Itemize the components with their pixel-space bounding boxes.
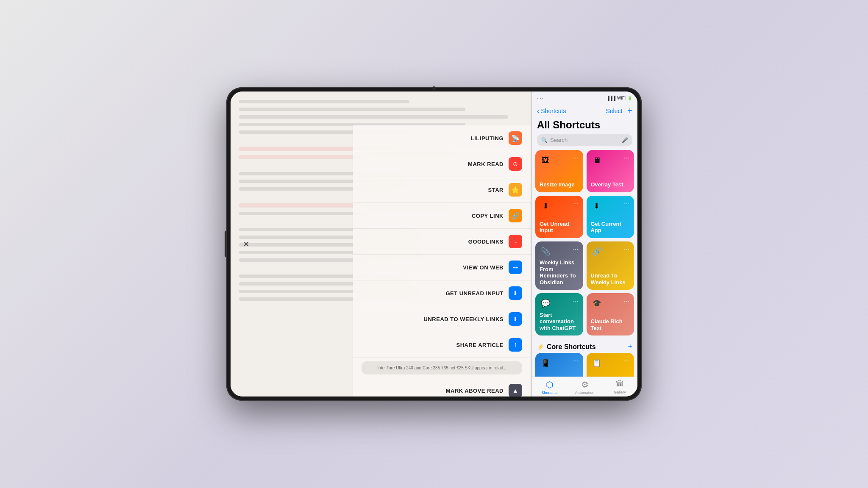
- get-unread-input-card-icon: ⬇: [540, 200, 551, 212]
- goodlinks-icon: 🔖: [509, 235, 522, 248]
- card-top: 🔗 ···: [591, 246, 630, 258]
- status-bar: ··· ▐▐▐ WiFi 🔋: [532, 92, 637, 104]
- shortcuts-tab-icon: ⬡: [546, 380, 553, 390]
- shortcut-card-overlay-test[interactable]: 🖥 ··· Overlay Test: [587, 150, 634, 192]
- shortcut-card-chatgpt[interactable]: 💬 ··· Start conversation with ChatGPT: [535, 293, 583, 336]
- weekly-links-icon: 📎: [540, 246, 551, 258]
- view-on-web-icon: →: [509, 261, 522, 274]
- tab-gallery[interactable]: 🏛 Gallery: [602, 380, 637, 395]
- unread-weekly-label: Unread To Weekly Links: [591, 272, 630, 286]
- add-quick-note-icon: 📋: [591, 357, 603, 369]
- tablet-screen: × LILIPUTING 📡 MARK READ ⊙ STAR ⭐: [231, 92, 637, 396]
- core-shortcuts-header: ⚡ Core Shortcuts +: [535, 339, 634, 353]
- overlay-test-label: Overlay Test: [591, 181, 630, 188]
- tab-automation[interactable]: ⚙ Automation: [567, 380, 602, 395]
- card-options-icon[interactable]: ···: [623, 246, 630, 252]
- liliputing-icon: 📡: [509, 131, 522, 145]
- status-dots: ···: [537, 94, 545, 101]
- star-icon: ⭐: [509, 183, 522, 197]
- back-chevron-icon: ‹: [537, 107, 539, 115]
- menu-item-goodlinks[interactable]: GOODLINKS 🔖: [353, 229, 531, 255]
- tab-bar: ⬡ Shortcuts ⚙ Automation 🏛 Gallery: [532, 377, 637, 396]
- back-button[interactable]: ‹ Shortcuts: [537, 107, 566, 115]
- automation-tab-label: Automation: [575, 391, 595, 395]
- shortcut-card-get-unread-input[interactable]: ⬇ ··· Get Unread Input: [535, 196, 583, 238]
- add-core-shortcut-button[interactable]: +: [628, 342, 632, 351]
- get-current-app-icon: ⬇: [591, 200, 603, 212]
- card-top: 🖥 ···: [591, 154, 630, 166]
- select-button[interactable]: Select: [606, 108, 622, 114]
- chatgpt-label: Start conversation with ChatGPT: [540, 312, 579, 332]
- close-button[interactable]: ×: [243, 238, 249, 250]
- card-top: 🖼 ···: [540, 154, 579, 166]
- shortcut-card-unread-weekly[interactable]: 🔗 ··· Unread To Weekly Links: [587, 241, 634, 290]
- apple-frames-icon: 📱: [540, 357, 551, 369]
- tablet-frame: × LILIPUTING 📡 MARK READ ⊙ STAR ⭐: [226, 87, 642, 401]
- core-shortcuts-row-1: 📱 ··· Apple Frames 📋 ··· Add Quick Note: [535, 353, 634, 377]
- get-unread-input-card-label: Get Unread Input: [540, 221, 579, 234]
- shortcut-card-apple-frames[interactable]: 📱 ··· Apple Frames: [535, 353, 583, 377]
- menu-item-mark-read[interactable]: MARK READ ⊙: [353, 151, 531, 177]
- add-shortcut-button[interactable]: +: [627, 106, 632, 116]
- shortcut-card-add-quick-note[interactable]: 📋 ··· Add Quick Note: [587, 353, 634, 377]
- weekly-links-label: Weekly Links From Reminders To Obsidian: [540, 259, 579, 286]
- share-article-icon: ↑: [509, 338, 522, 352]
- shortcuts-panel: ··· ▐▐▐ WiFi 🔋 ‹ Shortcuts Select + All …: [531, 92, 637, 396]
- claude-label: Claude Rich Text: [591, 318, 630, 331]
- shortcut-card-resize-image[interactable]: 🖼 ··· Resize Image: [535, 150, 583, 192]
- shortcuts-row-4: 💬 ··· Start conversation with ChatGPT 🎓 …: [535, 293, 634, 336]
- nav-bar: ‹ Shortcuts Select +: [532, 104, 637, 119]
- mark-read-icon: ⊙: [509, 157, 522, 171]
- context-menu: LILIPUTING 📡 MARK READ ⊙ STAR ⭐ COPY LIN…: [353, 125, 531, 396]
- shortcuts-row-1: 🖼 ··· Resize Image 🖥 ··· Overlay Test: [535, 150, 634, 192]
- card-top: 📋 ···: [591, 357, 630, 369]
- card-top: 💬 ···: [540, 297, 579, 309]
- shortcuts-row-3: 📎 ··· Weekly Links From Reminders To Obs…: [535, 241, 634, 290]
- article-preview: Intel Tore Ultra 240 and Core 285 765 ne…: [362, 361, 522, 374]
- menu-item-mark-above-read[interactable]: MARK ABOVE READ ▲: [353, 378, 531, 396]
- automation-tab-icon: ⚙: [581, 380, 589, 390]
- menu-item-view-on-web[interactable]: VIEW ON WEB →: [353, 255, 531, 280]
- card-options-icon[interactable]: ···: [623, 297, 630, 304]
- card-options-icon[interactable]: ···: [573, 154, 579, 161]
- menu-item-share-article[interactable]: SHARE ARTICLE ↑: [353, 332, 531, 358]
- shortcut-card-get-current-app[interactable]: ⬇ ··· Get Current App: [587, 196, 634, 238]
- menu-item-liliputing[interactable]: LILIPUTING 📡: [353, 125, 531, 151]
- get-unread-input-icon: ⬇: [509, 286, 522, 300]
- search-bar[interactable]: 🔍 Search 🎤: [537, 134, 632, 146]
- gallery-tab-icon: 🏛: [616, 380, 624, 389]
- card-options-icon[interactable]: ···: [623, 200, 630, 207]
- search-input[interactable]: Search: [550, 137, 619, 143]
- card-top: 📎 ···: [540, 246, 579, 258]
- search-icon: 🔍: [541, 137, 548, 143]
- card-top: ⬇ ···: [540, 200, 579, 212]
- mark-above-read-icon: ▲: [509, 384, 522, 396]
- card-options-icon[interactable]: ···: [573, 297, 579, 304]
- battery-icon: 🔋: [627, 96, 632, 100]
- shortcuts-grid: 🖼 ··· Resize Image 🖥 ··· Overlay Test: [532, 150, 637, 377]
- chatgpt-icon: 💬: [540, 297, 551, 309]
- menu-item-get-unread-input[interactable]: GET UNREAD INPUT ⬇: [353, 280, 531, 306]
- menu-item-unread-to-weekly[interactable]: UNREAD TO WEEKLY LINKS ⬇: [353, 306, 531, 332]
- tab-shortcuts[interactable]: ⬡ Shortcuts: [532, 380, 567, 395]
- card-top: 🎓 ···: [591, 297, 630, 309]
- wifi-icon: WiFi: [617, 96, 626, 100]
- core-shortcuts-icon: ⚡: [537, 344, 544, 350]
- copy-link-icon: 🔗: [509, 209, 522, 222]
- core-shortcuts-title: ⚡ Core Shortcuts: [537, 343, 596, 351]
- card-top: 📱 ···: [540, 357, 579, 369]
- shortcut-card-claude[interactable]: 🎓 ··· Claude Rich Text: [587, 293, 634, 336]
- card-options-icon[interactable]: ···: [573, 246, 579, 252]
- resize-image-icon: 🖼: [540, 154, 551, 166]
- shortcuts-tab-label: Shortcuts: [541, 391, 557, 395]
- card-options-icon[interactable]: ···: [623, 357, 630, 364]
- unread-to-weekly-icon: ⬇: [509, 312, 522, 326]
- card-options-icon[interactable]: ···: [573, 357, 579, 364]
- menu-item-copy-link[interactable]: COPY LINK 🔗: [353, 203, 531, 229]
- signal-icon: ▐▐▐: [606, 96, 615, 100]
- nav-actions: Select +: [606, 106, 632, 116]
- shortcut-card-weekly-links[interactable]: 📎 ··· Weekly Links From Reminders To Obs…: [535, 241, 583, 290]
- card-options-icon[interactable]: ···: [573, 200, 579, 207]
- menu-item-star[interactable]: STAR ⭐: [353, 177, 531, 203]
- card-options-icon[interactable]: ···: [623, 154, 630, 161]
